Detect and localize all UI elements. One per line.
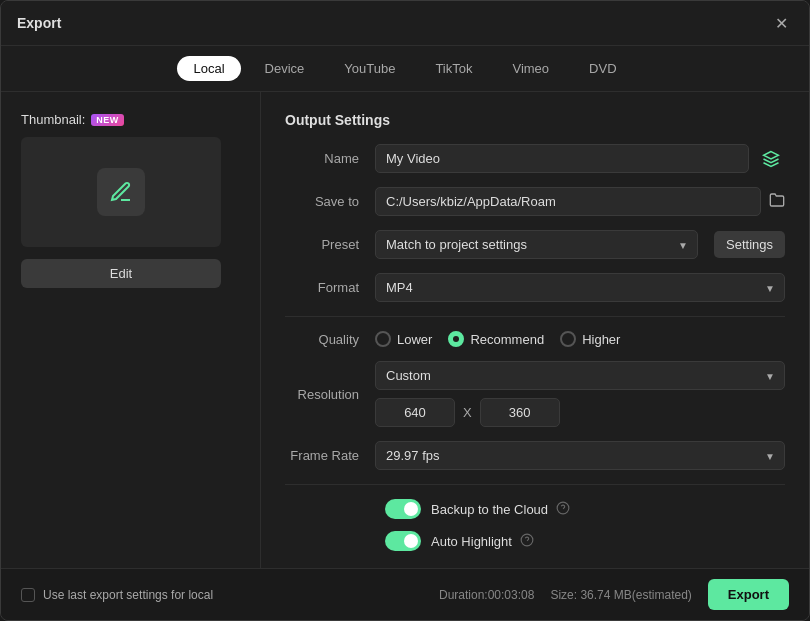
quality-recommend-label: Recommend — [470, 332, 544, 347]
auto-highlight-row: Auto Highlight — [385, 531, 785, 551]
duration-label: Duration: — [439, 588, 488, 602]
export-button[interactable]: Export — [708, 579, 789, 610]
quality-row: Quality Lower Recommend Higher — [285, 331, 785, 347]
radio-higher — [560, 331, 576, 347]
name-input-group — [375, 144, 785, 173]
duration-text: Duration:00:03:08 — [439, 588, 534, 602]
backup-toggle-knob — [404, 502, 418, 516]
frame-rate-label: Frame Rate — [285, 448, 375, 463]
name-label: Name — [285, 151, 375, 166]
quality-higher[interactable]: Higher — [560, 331, 620, 347]
resolution-height-input[interactable] — [480, 398, 560, 427]
quality-options: Lower Recommend Higher — [375, 331, 620, 347]
radio-recommend — [448, 331, 464, 347]
resolution-width-input[interactable] — [375, 398, 455, 427]
format-row: Format MP4 ▼ — [285, 273, 785, 302]
quality-lower[interactable]: Lower — [375, 331, 432, 347]
last-export-checkbox[interactable] — [21, 588, 35, 602]
resolution-label: Resolution — [285, 387, 375, 402]
bottom-info: Duration:00:03:08 Size: 36.74 MB(estimat… — [439, 579, 789, 610]
preset-select[interactable]: Match to project settings — [375, 230, 698, 259]
preset-row: Preset Match to project settings ▼ Setti… — [285, 230, 785, 259]
folder-icon[interactable] — [769, 192, 785, 211]
settings-button[interactable]: Settings — [714, 231, 785, 258]
format-label: Format — [285, 280, 375, 295]
resolution-row: Resolution Custom ▼ X — [285, 361, 785, 427]
edit-button[interactable]: Edit — [21, 259, 221, 288]
save-to-input[interactable] — [375, 187, 761, 216]
frame-rate-select[interactable]: 29.97 fps — [375, 441, 785, 470]
auto-highlight-help-icon[interactable] — [520, 533, 534, 550]
save-to-label: Save to — [285, 194, 375, 209]
tab-vimeo[interactable]: Vimeo — [496, 56, 565, 81]
format-select[interactable]: MP4 — [375, 273, 785, 302]
last-export-check: Use last export settings for local — [21, 588, 213, 602]
backup-help-icon[interactable] — [556, 501, 570, 518]
tab-youtube[interactable]: YouTube — [328, 56, 411, 81]
resolution-inputs: Custom ▼ X — [375, 361, 785, 427]
frame-rate-select-wrapper: 29.97 fps ▼ — [375, 441, 785, 470]
resolution-select[interactable]: Custom — [375, 361, 785, 390]
quality-higher-label: Higher — [582, 332, 620, 347]
size-value: 36.74 MB(estimated) — [580, 588, 691, 602]
radio-lower — [375, 331, 391, 347]
bottom-bar: Use last export settings for local Durat… — [1, 568, 809, 620]
thumbnail-preview — [21, 137, 221, 247]
frame-rate-row: Frame Rate 29.97 fps ▼ — [285, 441, 785, 470]
resolution-xy: X — [375, 398, 560, 427]
resolution-x-label: X — [463, 405, 472, 420]
preset-select-wrapper: Match to project settings ▼ — [375, 230, 698, 259]
size-label: Size: — [550, 588, 577, 602]
output-settings-title: Output Settings — [285, 112, 785, 128]
quality-label: Quality — [285, 332, 375, 347]
thumbnail-icon — [97, 168, 145, 216]
new-badge: NEW — [91, 114, 124, 126]
thumbnail-label-text: Thumbnail: — [21, 112, 85, 127]
right-panel: Output Settings Name Save — [261, 92, 809, 568]
tab-device[interactable]: Device — [249, 56, 321, 81]
format-select-wrapper: MP4 ▼ — [375, 273, 785, 302]
tab-bar: Local Device YouTube TikTok Vimeo DVD — [1, 46, 809, 92]
size-text: Size: 36.74 MB(estimated) — [550, 588, 691, 602]
divider-2 — [285, 484, 785, 485]
name-input[interactable] — [375, 144, 749, 173]
auto-highlight-toggle-knob — [404, 534, 418, 548]
ai-icon[interactable] — [757, 145, 785, 173]
auto-highlight-label: Auto Highlight — [431, 534, 512, 549]
last-export-label: Use last export settings for local — [43, 588, 213, 602]
close-button[interactable]: ✕ — [769, 11, 793, 35]
tab-tiktok[interactable]: TikTok — [419, 56, 488, 81]
name-row: Name — [285, 144, 785, 173]
title-bar: Export ✕ — [1, 1, 809, 46]
duration-value: 00:03:08 — [488, 588, 535, 602]
export-window: Export ✕ Local Device YouTube TikTok Vim… — [0, 0, 810, 621]
thumbnail-label: Thumbnail: NEW — [21, 112, 124, 127]
window-title: Export — [17, 15, 61, 31]
left-panel: Thumbnail: NEW Edit — [1, 92, 261, 568]
divider-1 — [285, 316, 785, 317]
tab-local[interactable]: Local — [177, 56, 240, 81]
save-to-row: Save to — [285, 187, 785, 216]
resolution-select-wrap: Custom ▼ — [375, 361, 785, 390]
auto-highlight-toggle[interactable] — [385, 531, 421, 551]
backup-row: Backup to the Cloud — [385, 499, 785, 519]
quality-lower-label: Lower — [397, 332, 432, 347]
backup-label: Backup to the Cloud — [431, 502, 548, 517]
quality-recommend[interactable]: Recommend — [448, 331, 544, 347]
tab-dvd[interactable]: DVD — [573, 56, 632, 81]
save-to-input-group — [375, 187, 785, 216]
main-content: Thumbnail: NEW Edit Output Settings Name — [1, 92, 809, 568]
preset-label: Preset — [285, 237, 375, 252]
backup-toggle[interactable] — [385, 499, 421, 519]
